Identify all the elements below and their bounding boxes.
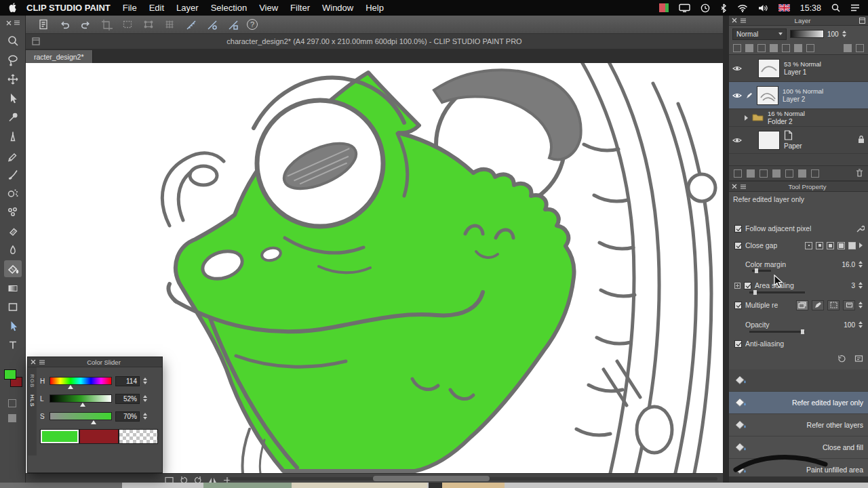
option-multiple-referring[interactable]: Multiple re [729,296,868,314]
wifi-icon[interactable] [737,4,748,12]
select-area-icon[interactable] [121,18,134,31]
layer-name[interactable]: Layer 2 [783,96,823,104]
text-tool[interactable] [4,336,22,353]
collapse-icon[interactable] [39,360,45,365]
enable-mask-icon[interactable] [770,44,778,52]
search-layer-icon[interactable] [856,44,864,52]
close-icon[interactable] [31,359,36,365]
new-vector-layer-icon[interactable] [747,169,755,178]
menu-selection[interactable]: Selection [211,3,247,13]
close-icon[interactable] [732,184,737,189]
tab-rgb[interactable]: RGB [29,374,35,388]
expand-folder-icon[interactable] [745,115,748,121]
refer-editing-layer-button[interactable] [843,300,855,310]
subtool-item-refer-edited-layer[interactable]: Refer edited layer only [729,392,868,414]
transfer-to-lower-layer-icon[interactable] [772,169,781,178]
apple-icon[interactable] [8,3,17,13]
transform-icon[interactable] [142,18,155,31]
clock-time[interactable]: 15:38 [800,3,821,13]
foreground-color-swatch-selected[interactable] [40,429,79,444]
layer-row-layer1[interactable]: 53 % Normal Layer 1 [729,55,868,82]
fill-tool[interactable] [4,260,22,277]
volume-icon[interactable] [758,4,768,12]
figure-tool[interactable] [4,298,22,315]
new-document-icon[interactable] [37,18,50,31]
new-raster-layer-icon[interactable] [734,169,742,178]
menu-edit[interactable]: Edit [149,3,164,13]
snap-ruler-icon[interactable] [184,18,197,31]
expand-icon[interactable] [859,243,863,248]
layer-name[interactable]: Folder 2 [768,118,805,126]
two-pane-icon[interactable] [806,44,814,52]
close-icon[interactable] [732,18,737,23]
foreground-color-swatch[interactable] [4,369,16,380]
blend-mode-dropdown[interactable]: Normal [732,28,787,40]
layer-opacity-stepper[interactable] [842,30,846,37]
layer-name[interactable]: Layer 1 [784,68,821,77]
crop-icon[interactable] [100,18,113,31]
menu-view[interactable]: View [259,3,278,13]
palette-option-icon[interactable] [844,44,852,52]
airbrush-tool[interactable] [4,184,22,201]
canvas-h-scroll-thumb[interactable] [373,476,490,481]
layer-thumbnail[interactable] [757,86,778,105]
time-machine-icon[interactable] [701,3,710,13]
help-icon[interactable]: ? [247,19,258,30]
saturation-stepper[interactable] [143,413,147,420]
pen-tool[interactable] [4,127,22,144]
multiple-referring-stepper[interactable] [859,302,863,308]
area-scaling-stepper[interactable] [859,282,863,289]
layer-row-layer2-selected[interactable]: 100 % Normal Layer 2 [729,82,868,109]
zoom-tool[interactable] [4,33,22,49]
eyedropper-tool[interactable] [4,108,22,125]
gap-size-3[interactable] [827,242,834,249]
workspace-icon[interactable] [32,37,40,45]
gap-size-2[interactable] [816,242,823,249]
snap-grid-icon[interactable] [226,18,239,31]
subtool-item-refer-other-layers[interactable]: Refer other layers [729,414,868,436]
layer-row-folder2[interactable]: 16 % Normal Folder 2 [729,109,868,127]
checkbox-checked[interactable] [744,282,751,289]
undo-icon[interactable] [58,18,71,31]
menu-file[interactable]: File [123,3,137,13]
saturation-value[interactable]: 70% [115,411,140,422]
set-as-draft-icon[interactable] [782,44,790,52]
opacity-slider[interactable] [749,331,805,333]
menu-filter[interactable]: Filter [290,3,310,13]
gradient-tool[interactable] [4,279,22,296]
visibility-eye-icon[interactable] [732,62,742,75]
opacity-value[interactable]: 100 [844,321,855,329]
area-scaling-slider[interactable] [749,291,805,293]
collapse-icon[interactable] [741,18,746,23]
subtool-item-partial[interactable] [729,369,868,392]
switch-color-icon[interactable] [8,414,16,422]
snap-special-ruler-icon[interactable] [205,18,218,31]
register-initial-settings-icon[interactable] [837,353,846,365]
collapse-icon[interactable] [14,20,20,25]
bluetooth-icon[interactable] [720,3,727,13]
brush-tool[interactable] [4,165,22,182]
color-swatch-status-icon[interactable] [659,3,669,12]
layer-thumbnail[interactable] [758,59,780,78]
object-select-tool[interactable] [4,317,22,334]
gap-size-1[interactable] [805,242,812,249]
hue-value[interactable]: 114 [115,376,140,386]
lock-layer-icon[interactable] [745,44,753,52]
lock-transparent-pixel-icon[interactable] [757,44,766,52]
layer-opacity-value[interactable]: 100 [827,30,839,38]
layer-opacity-slider[interactable] [790,30,824,38]
transparent-color-icon[interactable] [8,399,16,407]
option-opacity[interactable]: Opacity 100 [729,314,868,336]
canvas-tab[interactable]: racter_design2* [26,50,93,63]
checkbox-checked[interactable] [734,302,742,309]
refer-reference-layer-button[interactable] [812,300,824,310]
color-margin-slider[interactable] [752,270,771,272]
background-color-swatch[interactable] [79,429,119,444]
close-icon[interactable] [6,20,12,26]
lasso-tool[interactable] [4,52,22,68]
area-scaling-value[interactable]: 3 [851,282,855,289]
display-icon[interactable] [679,3,690,12]
uk-flag-icon[interactable] [778,4,790,12]
menu-help[interactable]: Help [366,3,384,13]
clip-to-layer-below-icon[interactable] [733,44,741,52]
